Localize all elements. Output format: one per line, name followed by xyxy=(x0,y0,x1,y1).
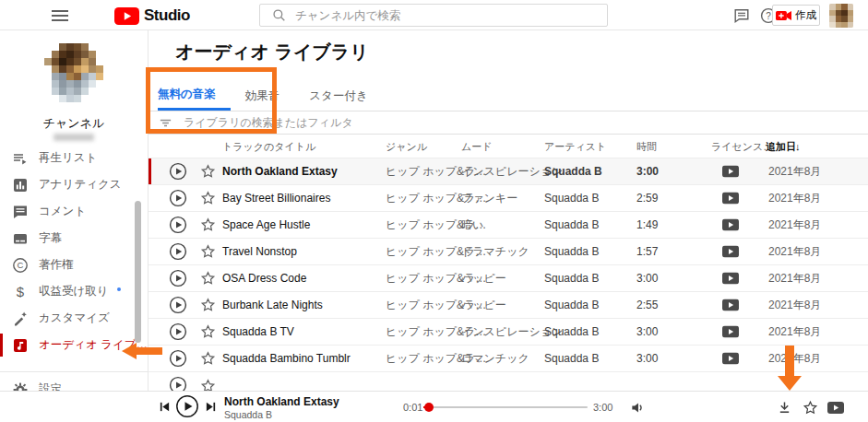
star-icon[interactable] xyxy=(200,298,216,313)
svg-text:C: C xyxy=(18,260,24,270)
sidebar-scrollbar[interactable] xyxy=(135,201,141,343)
logo-text: Studio xyxy=(144,6,190,25)
create-button-label: 作成 xyxy=(795,8,816,22)
sidebar-nav: 再生リスト アナリティクス コメント 字幕 C 著作権 $ 収益受け取り xyxy=(0,145,148,358)
col-genre[interactable]: ジャンル xyxy=(386,139,427,153)
col-track-title: トラックのタイトル xyxy=(222,139,315,153)
library-filter-bar[interactable] xyxy=(149,111,868,135)
seek-knob[interactable] xyxy=(424,403,434,412)
tab-sound-effects[interactable]: 効果音 xyxy=(231,81,295,111)
table-row[interactable]: North Oakland Extasy ヒップ ホップ&ラ… インスピレーショ… xyxy=(149,158,868,184)
channel-name-blurred xyxy=(54,134,94,141)
table-row-partial[interactable] xyxy=(149,371,868,391)
star-icon[interactable] xyxy=(200,191,216,206)
col-license[interactable]: ライセンス… xyxy=(711,139,773,153)
youtube-studio-audio-library: Studio ? 作成 xyxy=(0,0,868,422)
copyright-icon: C xyxy=(12,257,29,274)
play-track-icon[interactable] xyxy=(169,162,187,181)
license-youtube-icon xyxy=(722,166,739,178)
play-track-icon[interactable] xyxy=(169,242,187,261)
channel-label: チャンネル xyxy=(0,115,148,132)
tab-free-music[interactable]: 無料の音楽 xyxy=(158,81,231,111)
table-row[interactable]: Squadda Bambino Tumblr ヒップ ホップ&ラ… ロマンチック… xyxy=(149,345,868,371)
play-track-icon[interactable] xyxy=(169,189,187,207)
previous-track-icon[interactable] xyxy=(159,401,171,413)
filter-icon xyxy=(159,116,172,130)
play-track-icon[interactable] xyxy=(169,322,187,341)
col-added[interactable]: 追加日 xyxy=(766,139,796,153)
sidebar-item-monetization[interactable]: $ 収益受け取り xyxy=(0,278,148,305)
play-track-icon[interactable] xyxy=(169,216,187,234)
col-artist[interactable]: アーティスト xyxy=(544,139,606,153)
star-icon[interactable] xyxy=(200,379,216,392)
tab-starred[interactable]: スター付き xyxy=(294,81,382,111)
star-icon[interactable] xyxy=(200,271,216,287)
sidebar-item-subtitles[interactable]: 字幕 xyxy=(0,225,148,252)
channel-avatar[interactable] xyxy=(44,43,103,102)
notification-dot xyxy=(117,287,121,291)
license-youtube-icon xyxy=(722,219,739,231)
topbar: Studio ? 作成 xyxy=(0,0,868,30)
sidebar-item-audio-library[interactable]: オーディオ ライブ… xyxy=(0,332,148,358)
play-track-icon[interactable] xyxy=(169,296,187,314)
now-playing-title: North Oakland Extasy xyxy=(224,395,339,408)
playlists-icon xyxy=(12,150,29,167)
license-youtube-icon xyxy=(722,193,739,205)
star-icon[interactable] xyxy=(803,400,818,416)
license-youtube-icon xyxy=(722,353,739,365)
feedback-bubble-icon[interactable] xyxy=(733,7,750,24)
audio-library-icon xyxy=(12,337,29,354)
volume-icon[interactable] xyxy=(630,400,646,416)
table-header: トラックのタイトル ジャンル ムード アーティスト 時間 ライセンス… 追加日 … xyxy=(149,135,868,158)
col-mood[interactable]: ムード xyxy=(461,139,493,153)
table-row[interactable]: Squadda B TV ヒップ ホップ&ラ… インスピレーション Squadd… xyxy=(149,318,868,345)
svg-text:?: ? xyxy=(766,11,771,21)
star-icon[interactable] xyxy=(200,324,216,340)
license-youtube-icon xyxy=(722,246,739,258)
account-avatar[interactable] xyxy=(829,4,853,28)
library-filter-input[interactable] xyxy=(184,116,553,129)
subtitles-icon xyxy=(12,230,29,247)
sidebar-item-playlists[interactable]: 再生リスト xyxy=(0,145,148,171)
play-track-icon[interactable] xyxy=(169,376,187,391)
sort-descending-icon[interactable]: ↓ xyxy=(795,141,801,152)
create-video-icon xyxy=(776,10,791,21)
star-icon[interactable] xyxy=(200,244,216,260)
download-icon[interactable] xyxy=(778,401,791,415)
star-icon[interactable] xyxy=(200,217,216,233)
youtube-studio-logo[interactable]: Studio xyxy=(114,6,190,25)
audio-player-bar: North Oakland Extasy Squadda B 0:01 3:00 xyxy=(0,391,868,422)
license-youtube-icon xyxy=(722,326,739,338)
play-button[interactable] xyxy=(175,394,199,418)
menu-hamburger-icon[interactable] xyxy=(52,10,68,21)
now-playing-artist: Squadda B xyxy=(224,409,339,420)
license-youtube-icon xyxy=(722,273,739,285)
table-row[interactable]: Space Age Hustle ヒップ ホップ&ラ… 暗い Squadda B… xyxy=(149,211,868,238)
table-row[interactable]: Travel Nonstop ヒップ ホップ&ラ… ドラマチック Squadda… xyxy=(149,238,868,264)
next-track-icon[interactable] xyxy=(205,401,217,413)
table-row[interactable]: Burbank Late Nights ヒップ ホップ&ラ… ハッピー Squa… xyxy=(149,291,868,318)
table-row[interactable]: Bay Street Billionaires ヒップ ホップ&ラ… ファンキー… xyxy=(149,184,868,211)
youtube-play-icon xyxy=(114,7,139,25)
main-content: オーディオ ライブラリ 無料の音楽 効果音 スター付き トラックのタイトル ジャ… xyxy=(149,30,868,391)
table-row[interactable]: OSA Dress Code ヒップ ホップ&ラ… ハッピー Squadda B… xyxy=(149,264,868,291)
current-time: 0:01 xyxy=(403,402,422,413)
youtube-link-icon[interactable] xyxy=(827,402,844,414)
col-duration[interactable]: 時間 xyxy=(636,139,657,153)
channel-search-box[interactable] xyxy=(259,4,608,27)
star-icon[interactable] xyxy=(200,351,216,367)
star-icon[interactable] xyxy=(200,164,216,180)
now-playing-info: North Oakland Extasy Squadda B xyxy=(224,395,339,420)
sidebar-item-analytics[interactable]: アナリティクス xyxy=(0,171,148,198)
channel-search-input[interactable] xyxy=(295,9,572,22)
play-track-icon[interactable] xyxy=(169,349,187,368)
sidebar-divider xyxy=(0,371,148,372)
sidebar-item-customization[interactable]: カスタマイズ xyxy=(0,305,148,332)
play-track-icon[interactable] xyxy=(169,269,187,287)
sidebar-item-comments[interactable]: コメント xyxy=(0,198,148,225)
tab-bar: 無料の音楽 効果音 スター付き xyxy=(149,81,868,111)
analytics-icon xyxy=(12,177,29,193)
sidebar-item-copyright[interactable]: C 著作権 xyxy=(0,252,148,278)
seek-slider[interactable] xyxy=(423,406,588,408)
create-button[interactable]: 作成 xyxy=(772,5,820,26)
